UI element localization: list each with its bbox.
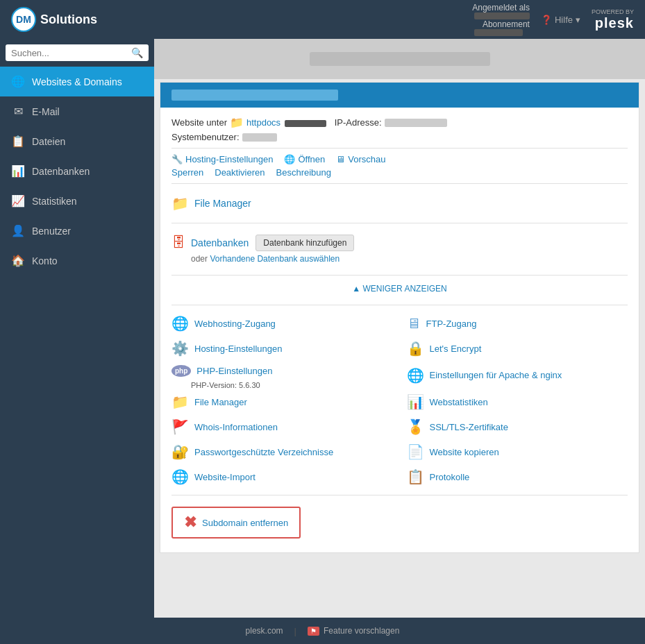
php-settings-item[interactable]: php PHP-Einstellungen [171, 361, 393, 381]
subdomain-remove-link[interactable]: Subdomain entfernen [202, 518, 288, 528]
php-link[interactable]: PHP-Einstellungen [196, 366, 272, 376]
sidebar-item-label: Konto [32, 255, 58, 266]
webstatistiken-icon: 📊 [407, 393, 424, 410]
ssl-item[interactable]: 🏅 SSL/TLS-Zertifikate [407, 414, 628, 439]
sidebar-item-websites-domains[interactable]: 🌐 Websites & Domains [0, 67, 154, 96]
hosting-settings-link[interactable]: 🔧 Hosting-Einstellungen [171, 154, 273, 164]
plesk-branding: POWERED BY plesk [592, 8, 634, 31]
protokolle-item[interactable]: 📋 Protokolle [407, 464, 628, 489]
search-input-wrap[interactable]: 🔍 [6, 44, 149, 61]
ip-label: IP-Adresse: [335, 117, 382, 128]
files-icon: 📋 [11, 135, 25, 148]
logged-in-label: Angemeldet als [471, 3, 530, 19]
systemuser-info: Systembenutzer: [171, 132, 628, 142]
php-icon: php [171, 365, 191, 377]
header-right: Angemeldet als Abonnement ❓ Hilfe ▾ POWE… [471, 3, 634, 36]
subscription-label: Abonnement [471, 19, 530, 36]
filemanager2-link[interactable]: File Manager [194, 397, 247, 407]
domain-card-header [160, 83, 639, 108]
action-links-primary: 🔧 Hosting-Einstellungen 🌐 Öffnen 🖥 Vorsc… [171, 154, 628, 164]
passwort-item[interactable]: 🔐 Passwortgeschützte Verzeichnisse [171, 439, 393, 464]
settings-icon: 🔧 [171, 154, 183, 164]
website-label: Website unter [171, 117, 227, 128]
httpdocs-link[interactable]: httpdocs [246, 117, 326, 128]
webstatistiken-item[interactable]: 📊 Webstatistiken [407, 389, 628, 414]
ftp-link[interactable]: FTP-Zugang [426, 319, 477, 329]
weniger-anzeigen[interactable]: ▲ WENIGER ANZEIGEN [171, 281, 628, 299]
kopieren-link[interactable]: Website kopieren [430, 447, 499, 457]
logo-icon: DM [11, 7, 36, 32]
protokolle-link[interactable]: Protokolle [430, 472, 470, 482]
file-manager-icon: 📁 [171, 195, 189, 212]
filemanager2-item[interactable]: 📁 File Manager [171, 389, 393, 414]
import-link[interactable]: Website-Import [194, 472, 256, 482]
sidebar-item-users[interactable]: 👤 Benutzer [0, 216, 154, 246]
preview-icon: 🖥 [336, 154, 345, 164]
action-links-secondary: Sperren Deaktivieren Beschreibung [171, 167, 628, 178]
ftp-item[interactable]: 🖥 FTP-Zugang [407, 311, 628, 336]
sidebar-item-statistics[interactable]: 📈 Statistiken [0, 186, 154, 216]
lock-link[interactable]: Sperren [171, 167, 203, 178]
webhosting-item[interactable]: 🌐 Webhosting-Zugang [171, 311, 393, 336]
databases-section-icon: 🗄 [171, 235, 185, 251]
passwort-link[interactable]: Passwortgeschützte Verzeichnisse [194, 447, 333, 457]
sidebar-item-email[interactable]: ✉ E-Mail [0, 96, 154, 126]
remove-x-icon: ✖ [184, 514, 196, 532]
sidebar-item-label: Benutzer [32, 226, 71, 237]
sidebar-item-label: Websites & Domains [32, 76, 122, 87]
sidebar-item-label: Datenbanken [32, 166, 90, 177]
domain-card-body: Website unter 📁 httpdocs IP-Adresse: Sys… [160, 108, 639, 552]
statistics-icon: 📈 [11, 194, 25, 207]
whois-item[interactable]: 🚩 Whois-Informationen [171, 414, 393, 439]
help-button[interactable]: ❓ Hilfe ▾ [541, 15, 580, 25]
deactivate-link[interactable]: Deaktivieren [215, 167, 265, 178]
plesk-footer-link[interactable]: plesk.com [246, 626, 283, 636]
apache-nginx-item[interactable]: 🌐 Einstellungen für Apache & nginx [407, 361, 628, 389]
kopieren-item[interactable]: 📄 Website kopieren [407, 439, 628, 464]
feature-suggest[interactable]: ⚑ Feature vorschlagen [308, 626, 399, 636]
webhosting-link[interactable]: Webhosting-Zugang [194, 319, 276, 329]
sidebar: 🔍 🌐 Websites & Domains ✉ E-Mail 📋 Dateie… [0, 39, 154, 618]
webstatistiken-link[interactable]: Webstatistiken [430, 397, 488, 407]
hosting-einstellungen-item[interactable]: ⚙️ Hosting-Einstellungen [171, 336, 393, 361]
globe-icon: 🌐 [11, 75, 25, 88]
apache-nginx-link[interactable]: Einstellungen für Apache & nginx [430, 370, 562, 380]
systemuser-label: Systembenutzer: [171, 132, 240, 142]
sidebar-item-label: E-Mail [32, 106, 60, 117]
sidebar-item-files[interactable]: 📋 Dateien [0, 126, 154, 156]
description-link[interactable]: Beschreibung [276, 167, 332, 178]
protokolle-icon: 📋 [407, 468, 424, 485]
open-icon: 🌐 [284, 154, 295, 164]
databases-section: 🗄 Datenbanken Datenbank hinzufügen oder … [171, 229, 628, 269]
databases-link[interactable]: Datenbanken [191, 237, 249, 248]
sidebar-item-label: Statistiken [32, 196, 77, 207]
search-bar: 🔍 [0, 39, 154, 67]
header: DM Solutions Angemeldet als Abonnement ❓… [0, 0, 645, 39]
open-link[interactable]: 🌐 Öffnen [284, 154, 325, 164]
account-icon: 🏠 [11, 254, 25, 267]
footer-divider: | [294, 626, 296, 636]
search-input[interactable] [11, 48, 131, 58]
add-database-button[interactable]: Datenbank hinzufügen [256, 235, 354, 251]
search-icon: 🔍 [131, 47, 143, 58]
sidebar-item-account[interactable]: 🏠 Konto [0, 246, 154, 276]
help-chevron-icon: ▾ [576, 15, 580, 25]
hosting-einstellungen-link[interactable]: Hosting-Einstellungen [194, 344, 282, 354]
file-manager-link[interactable]: File Manager [194, 198, 251, 209]
import-icon: 🌐 [171, 468, 189, 485]
sidebar-item-databases[interactable]: 📊 Datenbanken [0, 156, 154, 186]
subdomain-remove-button[interactable]: ✖ Subdomain entfernen [171, 507, 301, 539]
select-existing-db-link[interactable]: Vorhandene Datenbank auswählen [210, 254, 340, 264]
preview-link[interactable]: 🖥 Vorschau [336, 154, 385, 164]
passwort-icon: 🔐 [171, 443, 189, 460]
letsencrypt-link[interactable]: Let's Encrypt [430, 344, 482, 354]
import-item[interactable]: 🌐 Website-Import [171, 464, 393, 489]
users-icon: 👤 [11, 224, 25, 237]
email-icon: ✉ [11, 105, 25, 118]
ftp-icon: 🖥 [407, 316, 421, 332]
whois-link[interactable]: Whois-Informationen [194, 422, 278, 432]
ssl-link[interactable]: SSL/TLS-Zertifikate [430, 422, 508, 432]
file-manager-row[interactable]: 📁 File Manager [171, 189, 628, 217]
letsencrypt-item[interactable]: 🔒 Let's Encrypt [407, 336, 628, 361]
ssl-icon: 🏅 [407, 418, 424, 435]
